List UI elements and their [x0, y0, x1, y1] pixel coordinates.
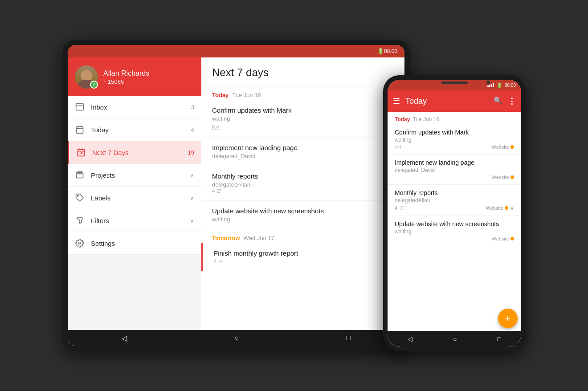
website-badge: Website — [491, 144, 514, 150]
phone-task-row: Website — [395, 144, 514, 150]
settings-label: Settings — [91, 240, 194, 247]
phone-task-meta: waiting — [395, 137, 514, 143]
phone-back-button[interactable]: ◁ — [408, 335, 412, 342]
sidebar-item-today[interactable]: Today 4 — [68, 118, 201, 141]
phone-task-meta: waiting — [395, 228, 514, 235]
tablet-screen: 🔋 08:00 Allan Richards ↑ 15065 — [68, 45, 404, 346]
phone-task-row: Website — [395, 175, 514, 180]
sidebar-item-inbox[interactable]: Inbox 3 — [68, 96, 201, 118]
phone-task-row: Website — [395, 236, 514, 241]
filters-label: Filters — [91, 217, 184, 224]
add-task-fab[interactable]: + — [498, 309, 518, 328]
tomorrow-section-header: Tomorrow Wed Jun 17 — [201, 229, 404, 243]
phone-task-landing-page[interactable]: Implement new landing page delegated_Dav… — [388, 155, 521, 185]
phone-task-name: Confirm updates with Mark — [395, 129, 514, 136]
user-karma: ↑ 15065 — [103, 78, 149, 85]
sidebar-item-settings[interactable]: Settings — [68, 232, 201, 255]
back-button[interactable]: ◁ — [122, 334, 127, 342]
svg-point-15 — [79, 242, 81, 244]
sidebar: Allan Richards ↑ 15065 — [68, 57, 201, 330]
task-name: Finish monthly growth report — [214, 249, 394, 257]
sidebar-header: Allan Richards ↑ 15065 — [68, 57, 201, 96]
more-options-icon[interactable]: ⋮ — [508, 96, 516, 106]
website-dot — [510, 175, 514, 179]
task-item-monthly-reports[interactable]: Monthly reports delegatedAllan 4 — [201, 166, 404, 201]
collapse-chevron-icon: ∨ — [510, 205, 514, 211]
sidebar-item-labels[interactable]: Labels ∨ — [68, 187, 201, 209]
today-label: Today — [91, 126, 185, 134]
today-icon — [75, 125, 85, 134]
phone-task-name: Update website with new screenshots — [395, 220, 514, 228]
website-label: Website — [486, 205, 503, 211]
phone-recents-button[interactable]: □ — [497, 335, 501, 342]
projects-chevron-icon: ∨ — [190, 172, 194, 179]
website-badge: Website — [486, 205, 508, 211]
user-info: Allan Richards ↑ 15065 — [103, 69, 149, 85]
task-name: Confirm updates with Mark — [212, 106, 394, 114]
svg-rect-16 — [212, 125, 219, 130]
toolbar-actions: 🔍 ⋮ — [494, 96, 516, 106]
phone-title: Today — [405, 97, 488, 106]
website-badge: Website — [491, 236, 514, 241]
sidebar-item-filters[interactable]: Filters ∨ — [68, 209, 201, 232]
recents-button[interactable]: □ — [347, 334, 351, 342]
task-meta: delegatedAllan — [212, 181, 394, 188]
phone-time: 08:00 — [505, 83, 516, 88]
task-meta: waiting — [212, 216, 394, 223]
phone-task-icons — [395, 145, 401, 149]
inbox-icon — [75, 102, 85, 112]
phone-toolbar: ☰ Today 🔍 ⋮ — [388, 90, 521, 112]
phone-content: Today Tue Jun 16 Confirm updates with Ma… — [388, 112, 521, 331]
phone-email-icon — [395, 145, 401, 149]
phone-screen: 🔋 08:00 ☰ Today 🔍 ⋮ Today Tue Jun 16 Con… — [388, 80, 521, 347]
phone-task-monthly-reports[interactable]: Monthly reports delegatedAllan 4 Website — [388, 185, 521, 216]
count-number: 4 — [212, 188, 215, 194]
website-badge: Website — [491, 175, 514, 180]
phone-task-name: Monthly reports — [395, 189, 514, 196]
phone-task-meta: delegatedAllan — [395, 197, 514, 204]
home-button[interactable]: ○ — [234, 334, 239, 342]
today-count: 4 — [191, 126, 194, 133]
main-content: Next 7 days Today Tue Jun 16 Confirm upd… — [201, 57, 404, 330]
list-icon — [216, 188, 222, 194]
svg-point-14 — [78, 196, 79, 197]
today-section-header: Today Tue Jun 16 — [201, 86, 404, 100]
filters-icon — [75, 216, 85, 225]
phone-task-meta: delegated_David — [395, 167, 514, 173]
phone-home-button[interactable]: ○ — [453, 335, 457, 342]
phone-bottom-nav: ◁ ○ □ — [388, 331, 521, 347]
website-dot — [505, 206, 508, 210]
email-icon — [212, 124, 219, 131]
svg-rect-6 — [78, 149, 85, 156]
tablet-status-bar: 🔋 08:00 — [68, 45, 404, 57]
count-number: 4 — [214, 258, 217, 265]
task-meta: waiting — [212, 115, 394, 122]
phone-task-row: 4 Website ∨ — [395, 205, 514, 211]
inbox-count: 3 — [191, 104, 194, 110]
task-meta: delegated_David — [212, 153, 394, 159]
tomorrow-date: Wed Jun 17 — [244, 235, 274, 241]
labels-chevron-icon: ∨ — [190, 195, 194, 201]
search-icon[interactable]: 🔍 — [494, 96, 502, 106]
inbox-label: Inbox — [91, 103, 185, 111]
phone-task-update-website[interactable]: Update website with new screenshots wait… — [388, 216, 521, 246]
today-date: Tue Jun 16 — [232, 92, 261, 98]
phone-task-confirm-updates[interactable]: Confirm updates with Mark waiting Websit… — [388, 124, 521, 155]
tablet-device: 🔋 08:00 Allan Richards ↑ 15065 — [62, 40, 410, 351]
tomorrow-bar — [201, 243, 203, 271]
website-label: Website — [491, 175, 509, 180]
task-item-landing-page[interactable]: Implement new landing page delegated_Dav… — [201, 138, 404, 166]
task-item-confirm-updates[interactable]: Confirm updates with Mark waiting — [201, 100, 404, 138]
signal-bar-4 — [493, 83, 494, 87]
phone-camera — [486, 81, 490, 84]
task-item-growth-report[interactable]: Finish monthly growth report 4 — [201, 243, 404, 271]
menu-icon[interactable]: ☰ — [393, 96, 400, 106]
svg-rect-0 — [76, 104, 84, 110]
svg-rect-23 — [395, 145, 400, 149]
battery-icon: 🔋 — [497, 83, 502, 88]
task-name: Update website with new screenshots — [212, 207, 394, 215]
task-item-update-website[interactable]: Update website with new screenshots wait… — [201, 201, 404, 229]
sidebar-item-next7days[interactable]: Next 7 Days 19 — [68, 141, 201, 164]
list-icon — [218, 258, 224, 265]
sidebar-item-projects[interactable]: Projects ∨ — [68, 164, 201, 187]
